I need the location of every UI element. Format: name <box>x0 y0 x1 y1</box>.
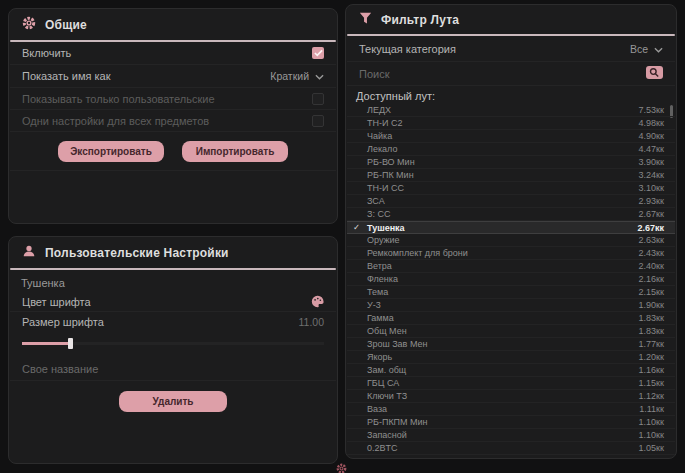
loot-item-name: Фленка <box>367 274 398 284</box>
font-color-label: Цвет шрифта <box>22 296 91 308</box>
loot-item[interactable]: Гамма1.83кк <box>347 312 675 325</box>
loot-item-value: 2.67кк <box>637 223 664 233</box>
loot-item[interactable]: Лекало4.47кк <box>347 143 675 156</box>
loot-item-value: 1.20кк <box>639 352 664 362</box>
loot-item-name: Ремкомплект для брони <box>367 248 468 258</box>
loot-item-name: ТН-И С2 <box>367 118 402 128</box>
setting-row-show-name: Показать имя как Краткий <box>10 65 336 88</box>
category-value: Все <box>630 43 648 55</box>
loot-item[interactable]: ЛЕДХ7.53кк <box>347 104 675 117</box>
loot-item-name: Тушенка <box>367 223 405 233</box>
delete-button[interactable]: Удалить <box>119 391 227 412</box>
setting-row-enable: Включить <box>10 42 336 65</box>
loot-item[interactable]: 0.2BTC1.05кк <box>347 442 675 455</box>
panel-general: Общие Включить Показать имя как Краткий … <box>8 8 338 224</box>
panel-custom-settings: Пользовательские Настройки Тушенка Цвет … <box>8 236 338 464</box>
loot-item-value: 1.16кк <box>639 365 664 375</box>
search-input[interactable] <box>359 68 638 80</box>
show-name-label: Показать имя как <box>22 70 111 82</box>
loot-item[interactable]: Чайка4.90кк <box>347 130 675 143</box>
loot-item-name: ГБЦ СА <box>367 378 399 388</box>
setting-row-only-custom: Показывать только пользовательские <box>10 88 336 110</box>
loot-item-name: ЗСА <box>367 196 385 206</box>
gear-icon <box>22 16 36 34</box>
loot-item-name: Зрош Зав Мен <box>367 339 427 349</box>
loot-item-name: Якорь <box>367 352 392 362</box>
font-size-value: 11.00 <box>299 316 325 328</box>
loot-item-name: Оружие <box>367 235 400 245</box>
loot-item-name: Ветра <box>367 261 392 271</box>
loot-item-value: 1.05кк <box>639 443 664 453</box>
export-button[interactable]: Экспортировать <box>58 141 164 162</box>
loot-item[interactable]: Тема2.15кк <box>347 286 675 299</box>
selected-item-label: Тушенка <box>9 270 337 293</box>
loot-item[interactable]: Ключи ТЗ1.12кк <box>347 390 675 403</box>
loot-item-name: РБ-ПК Мин <box>367 170 414 180</box>
loot-item-value: 2.93кк <box>639 196 664 206</box>
same-for-all-checkbox[interactable] <box>312 115 324 127</box>
loot-item[interactable]: ЗСА2.93кк <box>347 195 675 208</box>
loot-item-value: 2.16кк <box>639 274 664 284</box>
search-icon[interactable] <box>646 65 663 83</box>
font-size-row: Размер шрифта 11.00 <box>10 312 336 331</box>
loot-item[interactable]: РБ-ПК Мин3.24кк <box>347 169 675 182</box>
loot-item-name: Запасной <box>367 430 407 440</box>
panel-title: Общие <box>45 18 87 32</box>
loot-item[interactable]: Запасной1.10кк <box>347 429 675 442</box>
loot-item[interactable]: ТН-И СС3.10кк <box>347 182 675 195</box>
loot-item-value: 7.53кк <box>639 105 664 115</box>
loot-item[interactable]: З: СС2.67кк <box>347 208 675 221</box>
setting-row-same-for-all: Одни настройки для всех предметов <box>10 110 336 132</box>
loot-item[interactable]: ✓Тушенка2.67кк <box>347 221 675 234</box>
loot-item[interactable]: Фленка2.16кк <box>347 273 675 286</box>
loot-item[interactable]: Зам. общ1.16кк <box>347 364 675 377</box>
loot-item-name: 0.2BTC <box>367 443 398 453</box>
loot-item-value: 3.90кк <box>639 157 664 167</box>
loot-item-name: ТН-И СС <box>367 183 404 193</box>
general-header: Общие <box>9 9 337 40</box>
loot-item-value: 2.67кк <box>639 209 664 219</box>
loot-item[interactable]: Оружие2.63кк <box>347 234 675 247</box>
loot-item-value: 4.90кк <box>639 131 664 141</box>
loot-item-value: 1.12кк <box>639 391 664 401</box>
slider-fill <box>22 342 70 345</box>
font-size-slider[interactable] <box>22 337 324 349</box>
loot-item[interactable]: Общ Мен1.83кк <box>347 325 675 338</box>
loot-item[interactable]: ОЗПТ1.00кк <box>347 455 675 459</box>
loot-item-value: 4.47кк <box>639 144 664 154</box>
import-button[interactable]: Импортировать <box>182 141 288 162</box>
enable-label: Включить <box>22 47 71 59</box>
panel-title: Фильтр Лута <box>381 13 459 27</box>
loot-item[interactable]: У-31.90кк <box>347 299 675 312</box>
only-custom-checkbox[interactable] <box>312 93 324 105</box>
loot-item[interactable]: Якорь1.20кк <box>347 351 675 364</box>
loot-item-name: Общ Мен <box>367 326 407 336</box>
loot-item[interactable]: РБ-ПКПМ Мин1.10кк <box>347 416 675 429</box>
palette-icon[interactable] <box>311 295 324 310</box>
loot-item[interactable]: ТН-И С24.98кк <box>347 117 675 130</box>
loot-item-name: Лекало <box>367 144 397 154</box>
loot-item[interactable]: Ремкомплект для брони2.43кк <box>347 247 675 260</box>
custom-name-input[interactable] <box>22 363 324 375</box>
resize-flower-icon <box>336 460 347 473</box>
chevron-down-icon <box>654 43 663 55</box>
loot-item[interactable]: Ветра2.40кк <box>347 260 675 273</box>
loot-item-name: Гамма <box>367 313 394 323</box>
enable-checkbox[interactable] <box>312 47 324 59</box>
export-import-row: Экспортировать Импортировать <box>10 132 336 171</box>
loot-list: ЛЕДХ7.53ккТН-И С24.98ккЧайка4.90ккЛекало… <box>347 104 675 459</box>
slider-handle[interactable] <box>68 338 73 349</box>
loot-item[interactable]: Зрош Зав Мен1.77кк <box>347 338 675 351</box>
loot-item-value: 2.40кк <box>639 261 664 271</box>
loot-item[interactable]: Ваза1.11кк <box>347 403 675 416</box>
loot-item[interactable]: РБ-ВО Мин3.90кк <box>347 156 675 169</box>
loot-item-name: Ваза <box>367 404 387 414</box>
category-dropdown[interactable]: Все <box>630 43 663 55</box>
loot-item-name: Чайка <box>367 131 392 141</box>
loot-item[interactable]: ГБЦ СА1.15кк <box>347 377 675 390</box>
loot-item-value: 1.83кк <box>639 313 664 323</box>
show-name-dropdown[interactable]: Краткий <box>270 70 324 82</box>
loot-item-name: РБ-ПКПМ Мин <box>367 417 428 427</box>
panel-loot-filter: Фильтр Лута Текущая категория Все <box>345 4 677 459</box>
loot-item-value: 3.10кк <box>639 183 664 193</box>
